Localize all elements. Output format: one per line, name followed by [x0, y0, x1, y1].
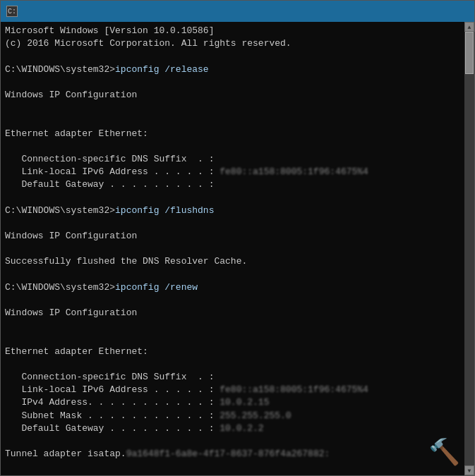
command-text: ipconfig /flushdns [115, 205, 214, 216]
console-line: Link-local IPv6 Address . . . . . : fe80… [5, 384, 460, 396]
console-line: Windows IP Configuration [5, 230, 460, 243]
console-line [5, 435, 460, 448]
close-button[interactable] [450, 4, 469, 18]
command-text: ipconfig /renew [115, 282, 198, 293]
console-line: Ethernet adapter Ethernet: [5, 346, 460, 358]
title-buttons [411, 4, 469, 18]
title-bar: C: [1, 1, 474, 22]
console-line [5, 140, 460, 153]
console-line: Windows IP Configuration [5, 307, 460, 319]
console-line [5, 76, 460, 89]
console-line: Default Gateway . . . . . . . . . : [5, 178, 460, 191]
window-icon: C: [6, 6, 18, 17]
minimize-button[interactable] [411, 4, 429, 18]
console-line [5, 460, 460, 473]
console-line [5, 50, 460, 63]
console-line: IPv4 Address. . . . . . . . . . . : 10.0… [5, 396, 460, 409]
console-line: C:\WINDOWS\system32>ipconfig /flushdns [5, 205, 460, 217]
scrollbar-thumb[interactable] [465, 32, 474, 74]
blurred-value: fe80::a158:8005:1f96:4675%4 [220, 384, 368, 395]
console-line: C:\WINDOWS\system32>ipconfig /release [5, 63, 460, 76]
console-line: Microsoft Windows [Version 10.0.10586] [5, 25, 460, 37]
prompt-text: C:\WINDOWS\system32> [5, 282, 115, 293]
blurred-value: 255.255.255.0 [220, 410, 291, 421]
console-line [5, 243, 460, 255]
console-line: C:\WINDOWS\system32>ipconfig /renew [5, 281, 460, 294]
console-line: Connection-specific DNS Suffix . : [5, 153, 460, 166]
console-line: Subnet Mask . . . . . . . . . . . : 255.… [5, 410, 460, 422]
console-line [5, 191, 460, 204]
console-output[interactable]: Microsoft Windows [Version 10.0.10586](c… [1, 22, 464, 475]
blurred-value: fe80::a158:8005:1f96:4675%4 [220, 166, 368, 177]
console-area: Microsoft Windows [Version 10.0.10586](c… [1, 22, 474, 475]
console-line: Ethernet adapter Ethernet: [5, 128, 460, 140]
console-line [5, 319, 460, 332]
console-line: Link-local IPv6 Address . . . . . : fe80… [5, 166, 460, 178]
console-line: Default Gateway . . . . . . . . . : 10.0… [5, 422, 460, 435]
console-line [5, 114, 460, 127]
maximize-button[interactable] [431, 4, 449, 18]
console-line [5, 217, 460, 230]
console-line [5, 294, 460, 307]
prompt-text: C:\WINDOWS\system32> [5, 64, 115, 75]
console-line [5, 358, 460, 371]
console-line [5, 102, 460, 114]
command-prompt-window: C: Microsoft Windows [Version 10.0.10586… [0, 0, 475, 476]
console-line: Media State . . . . . . . . . . . : Medi… [5, 474, 460, 475]
prompt-text: C:\WINDOWS\system32> [5, 205, 115, 216]
console-line [5, 333, 460, 346]
hammer-icon: 🔨 [428, 437, 460, 468]
blurred-value: 9a1648f1-6a8e-4f17-8637-876f4a267882: [126, 448, 330, 459]
blurred-value: 10.0.2.15 [220, 397, 269, 408]
blurred-value: 10.0.2.2 [220, 423, 263, 434]
console-line: Successfully flushed the DNS Resolver Ca… [5, 255, 460, 268]
console-line [5, 269, 460, 281]
command-text: ipconfig /release [115, 64, 209, 75]
console-line: Tunnel adapter isatap.9a1648f1-6a8e-4f17… [5, 448, 460, 460]
scroll-down-arrow[interactable]: ▼ [464, 465, 474, 475]
title-bar-left: C: [6, 6, 22, 17]
console-line: Connection-specific DNS Suffix . : [5, 371, 460, 384]
console-line: Windows IP Configuration [5, 89, 460, 102]
scrollbar-thumb-area[interactable] [464, 32, 474, 465]
console-line: (c) 2016 Microsoft Corporation. All righ… [5, 37, 460, 50]
scroll-up-arrow[interactable]: ▲ [464, 22, 474, 32]
scrollbar[interactable]: ▲ ▼ [464, 22, 474, 475]
